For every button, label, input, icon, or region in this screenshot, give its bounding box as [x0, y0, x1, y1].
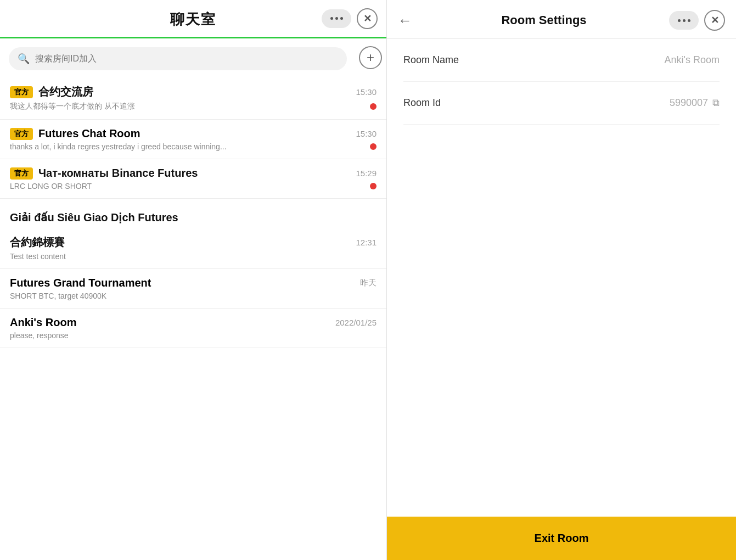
search-input[interactable] — [35, 54, 338, 64]
room-id-value-group: 5990007 ⧉ — [670, 97, 720, 109]
rdot2 — [683, 19, 686, 22]
tournament-bottom-row-2: please, response — [10, 331, 377, 340]
room-item-1[interactable]: 官方 Futures Chat Room 15:30 thanks a lot,… — [0, 120, 386, 159]
room-name-row-1: 官方 Futures Chat Room — [10, 127, 141, 140]
search-icon: 🔍 — [18, 53, 30, 65]
right-header: ← Room Settings ✕ — [387, 0, 736, 39]
tournament-room-1[interactable]: Futures Grand Tournament 昨天 SHORT BTC, t… — [0, 269, 386, 309]
official-badge-2: 官方 — [10, 167, 33, 180]
room-top-row-1: 官方 Futures Chat Room 15:30 — [10, 127, 377, 140]
search-bar: 🔍 — [9, 47, 347, 70]
tournament-time-2: 2022/01/25 — [335, 318, 377, 327]
room-name-2: Чат-комнаты Binance Futures — [38, 167, 198, 180]
unread-dot-0 — [370, 103, 377, 110]
room-top-row-0: 官方 合约交流房 15:30 — [10, 85, 377, 99]
room-item-0[interactable]: 官方 合约交流房 15:30 我这人都得等一个底才做的 从不追涨 — [0, 77, 386, 120]
left-menu-button[interactable] — [322, 9, 351, 28]
dot3 — [340, 17, 343, 20]
back-button[interactable]: ← — [398, 12, 412, 29]
right-menu-button[interactable] — [669, 11, 699, 30]
room-id-setting: Room Id 5990007 ⧉ — [403, 82, 720, 125]
official-badge-1: 官方 — [10, 128, 33, 140]
room-time-1: 15:30 — [356, 129, 377, 138]
room-list: 官方 合约交流房 15:30 我这人都得等一个底才做的 从不追涨 官方 Futu… — [0, 77, 386, 560]
tournament-name-0: 合約錦標賽 — [10, 235, 65, 250]
room-name-0: 合约交流房 — [38, 85, 93, 99]
right-close-button[interactable]: ✕ — [704, 10, 725, 31]
room-bottom-row-2: LRC LONG OR SHORT — [10, 182, 377, 191]
room-preview-0: 我这人都得等一个底才做的 从不追涨 — [10, 102, 135, 111]
right-header-actions: ✕ — [669, 10, 725, 31]
tournament-preview-1: SHORT BTC, target 40900K — [10, 292, 106, 300]
rdot3 — [688, 19, 690, 22]
room-name-row-0: 官方 合约交流房 — [10, 85, 93, 99]
room-bottom-row-0: 我这人都得等一个底才做的 从不追涨 — [10, 102, 377, 111]
rdot1 — [678, 19, 681, 22]
tournament-bottom-row-1: SHORT BTC, target 40900K — [10, 292, 377, 300]
dot1 — [330, 17, 333, 20]
right-panel-title: Room Settings — [419, 13, 669, 27]
left-header-actions: ✕ — [322, 8, 378, 29]
room-top-row-2: 官方 Чат-комнаты Binance Futures 15:29 — [10, 167, 377, 180]
room-item-2[interactable]: 官方 Чат-комнаты Binance Futures 15:29 LRC… — [0, 159, 386, 199]
left-panel: 聊天室 ✕ 🔍 + 官方 合约交流房 15:30 — [0, 0, 387, 560]
tournament-time-0: 12:31 — [356, 238, 377, 247]
room-id-value: 5990007 — [670, 97, 708, 109]
dot2 — [335, 17, 338, 20]
settings-content: Room Name Anki's Room Room Id 5990007 ⧉ — [387, 39, 736, 560]
room-time-0: 15:30 — [356, 87, 377, 97]
search-row: 🔍 + — [0, 38, 386, 77]
room-preview-1: thanks a lot, i kinda regres yestreday i… — [10, 142, 227, 151]
section-header-text: Giải đấu Siêu Giao Dịch Futures — [10, 211, 178, 223]
tournament-time-1: 昨天 — [360, 278, 377, 288]
tournament-name-2: Anki's Room — [10, 316, 76, 329]
tournament-preview-0: Test test content — [10, 252, 66, 261]
exit-room-button[interactable]: Exit Room — [387, 517, 736, 560]
tournament-room-2[interactable]: Anki's Room 2022/01/25 please, response — [0, 309, 386, 348]
unread-dot-2 — [370, 183, 377, 189]
tournament-name-1: Futures Grand Tournament — [10, 277, 151, 289]
tournament-top-row-0: 合約錦標賽 12:31 — [10, 235, 377, 250]
right-panel: ← Room Settings ✕ Room Name Anki's Room … — [387, 0, 736, 560]
section-header: Giải đấu Siêu Giao Dịch Futures — [0, 199, 386, 227]
copy-icon[interactable]: ⧉ — [712, 97, 720, 109]
left-close-button[interactable]: ✕ — [357, 8, 378, 29]
tournament-room-0[interactable]: 合約錦標賽 12:31 Test test content — [0, 227, 386, 269]
left-panel-title: 聊天室 — [170, 10, 216, 29]
room-preview-2: LRC LONG OR SHORT — [10, 182, 92, 191]
room-bottom-row-1: thanks a lot, i kinda regres yestreday i… — [10, 142, 377, 151]
official-badge-0: 官方 — [10, 86, 33, 98]
tournament-preview-2: please, response — [10, 331, 69, 340]
left-header: 聊天室 ✕ — [0, 0, 386, 38]
room-name-1: Futures Chat Room — [38, 127, 141, 140]
room-time-2: 15:29 — [356, 169, 377, 178]
tournament-bottom-row-0: Test test content — [10, 252, 377, 261]
tournament-top-row-1: Futures Grand Tournament 昨天 — [10, 277, 377, 289]
tournament-top-row-2: Anki's Room 2022/01/25 — [10, 316, 377, 329]
room-name-row-2: 官方 Чат-комнаты Binance Futures — [10, 167, 198, 180]
room-name-setting: Room Name Anki's Room — [403, 39, 720, 82]
add-room-button[interactable]: + — [359, 46, 382, 69]
room-name-value: Anki's Room — [665, 54, 720, 66]
room-name-label: Room Name — [403, 54, 459, 66]
unread-dot-1 — [370, 143, 377, 150]
room-id-label: Room Id — [403, 97, 441, 109]
